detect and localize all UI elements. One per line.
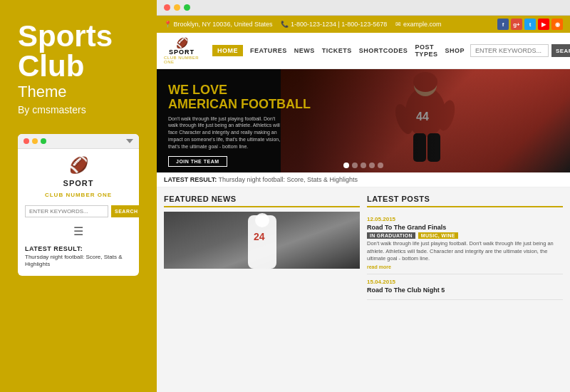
post-2-date: 15.04.2015 [367,279,563,285]
topbar-email: ✉ example.com [395,21,441,28]
mini-latest-result: LATEST RESULT: Thursday night football: … [25,245,132,269]
post-2-title[interactable]: Road To The Club Night 5 [367,287,563,294]
chrome-dot-yellow [174,4,180,11]
chevron-down-icon[interactable] [126,139,133,143]
post-1-read-more[interactable]: read more [367,264,563,269]
hero-slider: 44 WE LOVE AMERICAN FOOTBALL Don't walk … [157,69,570,172]
latest-result-text: Thursday night football: Score, Stats & … [219,176,358,183]
slider-dot-5[interactable] [378,163,383,168]
nav-menu: HOME FEATURES NEWS TICKETS SHORTCODES PO… [212,43,465,58]
title-club: Club [18,49,84,83]
mini-latest-text: Thursday night football: Score, Stats & … [25,254,132,269]
youtube-icon[interactable]: ▶ [538,19,549,30]
left-title-block: Sports Club Theme By cmsmasters [18,21,139,115]
mini-browser-preview: 🏈 SPORT CLUB NUMBER ONE SEARCH ☰ LATEST … [18,134,139,276]
slider-dot-3[interactable] [361,163,366,168]
svg-text:24: 24 [254,231,265,242]
slider-dots [343,163,383,168]
dot-green [41,138,46,144]
rss-icon[interactable]: ◉ [551,19,563,30]
nav-item-post-types[interactable]: POST TYPES [415,43,437,58]
facebook-icon[interactable]: f [497,19,509,30]
topbar-address: 📍 Brooklyn, NY 10036, United States [164,21,272,28]
mini-browser-bar [18,134,139,149]
featured-news-title: FEATURED NEWS [164,195,360,207]
site-search-input[interactable] [470,44,549,57]
hero-line1: WE LOVE [168,83,227,97]
nav-item-shortcodes[interactable]: SHORTCODES [359,47,408,54]
latest-result-label: LATEST RESULT: [164,176,217,183]
mini-logo-text: SPORT [63,179,94,187]
chrome-dot-green [184,4,190,11]
latest-posts-title: LATEST POSTS [367,195,563,207]
mini-logo-sub: CLUB NUMBER ONE [45,192,112,198]
featured-news-image: 24 [164,212,360,269]
nav-item-home[interactable]: HOME [212,45,243,56]
mini-search-row: SEARCH [25,205,132,217]
hero-heading: WE LOVE AMERICAN FOOTBALL [168,83,311,112]
twitter-icon[interactable]: t [524,19,536,30]
topbar-contact-info: 📍 Brooklyn, NY 10036, United States 📞 1-… [164,21,441,28]
join-team-button[interactable]: JOIN THE TEAM [168,156,227,167]
post-1-desc: Don't walk through life just playing foo… [367,240,563,263]
post-1-title[interactable]: Road To The Grand Finals [367,224,563,231]
right-panel: 📍 Brooklyn, NY 10036, United States 📞 1-… [157,0,570,392]
nav-item-features[interactable]: FEATURES [250,47,287,54]
slider-dot-2[interactable] [352,163,358,168]
post-1-category: IN GRADUATION [367,232,415,239]
post-item-2: 15.04.2015 Road To The Club Night 5 [367,274,563,300]
hero-desc: Don't walk through life just playing foo… [168,115,282,150]
mini-latest-label: LATEST RESULT: [25,245,132,252]
featured-news-section: FEATURED NEWS 24 [164,195,360,385]
bottom-sections: FEATURED NEWS 24 LATEST POSTS 12.05.2015… [157,187,570,392]
latest-posts-section: LATEST POSTS 12.05.2015 Road To The Gran… [367,195,563,385]
slider-dot-1[interactable] [343,163,349,168]
social-links: f g+ t ▶ ◉ [497,19,563,30]
main-title: Sports Club [18,21,139,81]
post-1-tags: IN GRADUATION MUSIC, WINE [367,232,563,239]
logo-sub: CLUB NUMBER ONE [164,56,200,64]
logo-football-icon: 🏈 [176,37,188,48]
hero-line2-plain: AMERICAN [168,97,241,111]
site-nav: 🏈 SPORT CLUB NUMBER ONE HOME FEATURES NE… [157,33,570,69]
left-panel: Sports Club Theme By cmsmasters 🏈 SPORT … [0,0,157,392]
nav-item-news[interactable]: NEWS [294,47,315,54]
slider-dot-4[interactable] [369,163,375,168]
post-item-1: 12.05.2015 Road To The Grand Finals IN G… [367,212,563,274]
post-1-date: 12.05.2015 [367,216,563,222]
chrome-dot-red [164,4,170,11]
mini-browser-content: 🏈 SPORT CLUB NUMBER ONE SEARCH ☰ LATEST … [18,149,139,276]
post-1-type: MUSIC, WINE [418,232,458,239]
news-player-svg: 24 [227,212,298,269]
dot-yellow [32,138,38,144]
topbar-phone: 📞 1-800-123-1234 | 1-800-123-5678 [281,21,387,28]
main-subtitle: Theme [18,83,139,101]
hamburger-icon[interactable]: ☰ [73,225,83,238]
mini-football-icon: 🏈 [69,156,88,175]
nav-item-shop[interactable]: SHOP [445,47,465,54]
site-logo: 🏈 SPORT CLUB NUMBER ONE [164,37,200,64]
main-by: By cmsmasters [18,104,139,115]
hero-line2-accent: FOOTBALL [241,97,311,111]
mini-search-input[interactable] [25,205,108,217]
google-plus-icon[interactable]: g+ [511,19,522,30]
site-topbar: 📍 Brooklyn, NY 10036, United States 📞 1-… [157,16,570,33]
dot-red [24,138,29,144]
svg-point-9 [255,213,269,227]
site-search-button[interactable]: SEARCH [551,44,570,57]
nav-item-tickets[interactable]: TICKETS [322,47,352,54]
hero-text: WE LOVE AMERICAN FOOTBALL Don't walk thr… [168,83,311,167]
latest-result-bar: LATEST RESULT: Thursday night football: … [157,172,570,187]
title-sports: Sports [18,19,113,53]
browser-chrome [157,0,570,16]
site-search: SEARCH [470,44,570,57]
mini-search-button[interactable]: SEARCH [111,205,139,217]
logo-text: SPORT [169,48,195,56]
news-image-inner: 24 [164,212,360,269]
